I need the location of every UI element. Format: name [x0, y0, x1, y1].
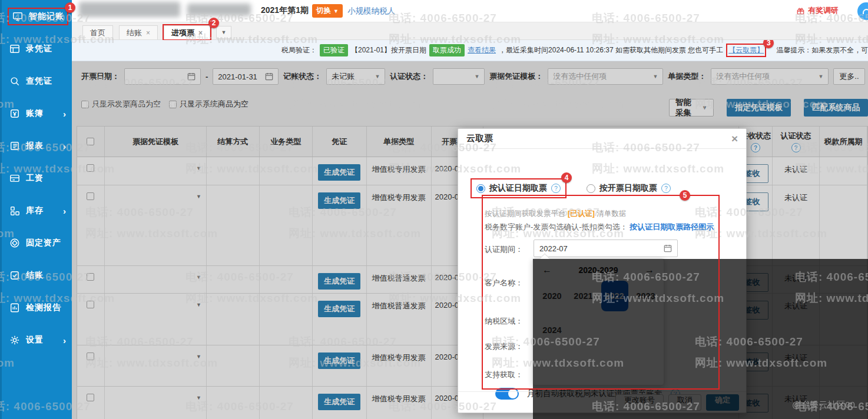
assign-template-button[interactable]: 指定凭证模板 — [727, 99, 791, 117]
sidebar: 智能记账 1 录凭证 查凭证 账簿 › 报表 — [0, 0, 72, 419]
sidebar-item-salary[interactable]: 工资 — [2, 169, 72, 187]
customer-service-icon[interactable] — [857, 2, 868, 20]
doc-type-select[interactable]: 没有选中任何项 ▼ — [711, 68, 829, 85]
close-tab-icon[interactable]: × — [146, 29, 150, 37]
modal-footer: 更改账号 取消 确定 — [458, 391, 746, 413]
calendar-icon[interactable] — [187, 72, 196, 81]
generate-voucher-button[interactable]: 生成凭证 — [318, 353, 360, 369]
doc-type-cell: 增值税普通发票 — [367, 266, 432, 293]
chevron-right-icon: › — [63, 206, 66, 216]
template-dropdown-icon[interactable]: ▼ — [196, 302, 201, 308]
sidebar-item-ledger[interactable]: 账簿 › — [2, 105, 72, 122]
help-icon[interactable]: ? — [751, 143, 760, 152]
template-dropdown-icon[interactable]: ▼ — [196, 274, 201, 280]
year-cell-2023[interactable]: 2023 — [630, 279, 661, 313]
checkbox-icon[interactable] — [81, 101, 89, 108]
path-diagram-link[interactable]: 按认证日期取票路径图示 — [630, 222, 714, 231]
prev-decade-arrow-icon[interactable]: ← — [542, 265, 552, 275]
table-cell — [820, 266, 867, 293]
row-checkbox[interactable] — [87, 394, 94, 401]
survey-link[interactable]: 有奖调研 — [796, 5, 839, 16]
next-decade-arrow-icon[interactable]: → — [645, 265, 654, 275]
generate-voucher-button[interactable]: 生成凭证 — [318, 301, 360, 317]
auth-status-cell: 未认证 — [773, 345, 820, 386]
year-cell-2020[interactable]: 2020 — [536, 279, 568, 313]
row-checkbox[interactable] — [87, 164, 94, 172]
sidebar-item-inventory[interactable]: 库存 › — [2, 202, 72, 220]
auth-period-input[interactable]: 2022-07 — [534, 240, 678, 257]
help-icon[interactable]: ? — [791, 143, 801, 152]
close-icon[interactable]: × — [731, 133, 738, 144]
filter-empty-system-goods-checkbox[interactable]: 只显示系统商品为空 — [169, 99, 249, 109]
row-checkbox[interactable] — [87, 301, 94, 308]
calendar-icon[interactable] — [265, 72, 273, 81]
sidebar-item-reports[interactable]: 报表 › — [2, 137, 72, 155]
modal-header: 云取票 × — [458, 129, 746, 149]
year-cell-2021[interactable]: 2021 — [568, 279, 599, 313]
year-picker-panel: ← 2020-2029 → 20192020202120222023202420… — [532, 258, 664, 385]
confirm-button[interactable]: 确定 — [706, 394, 739, 411]
template-dropdown-icon[interactable]: ▼ — [196, 194, 201, 199]
change-account-button[interactable]: 更改账号 — [615, 394, 664, 411]
voucher-template-label: 票据凭证模板： — [489, 71, 543, 82]
table-cell — [820, 185, 867, 265]
generate-voucher-button[interactable]: 生成凭证 — [318, 164, 360, 181]
year-cell-2022[interactable]: 2022 — [599, 279, 630, 313]
close-tab-icon[interactable]: × — [198, 29, 203, 37]
sidebar-item-voucher-entry[interactable]: 录凭证 — [2, 40, 72, 58]
view-result-link[interactable]: 查看结果 — [468, 45, 496, 55]
sidebar-item-smart-accounting[interactable]: 智能记账 1 — [2, 8, 72, 25]
sidebar-item-closing[interactable]: 结账 — [2, 267, 72, 284]
table-cell: 生成凭证 — [313, 345, 367, 386]
tab-closing[interactable]: 结账 × — [119, 25, 158, 39]
booking-status-select[interactable]: 未记账 ▼ — [326, 68, 385, 85]
match-system-goods-button[interactable]: 匹配系统商品 — [804, 99, 868, 117]
row-checkbox[interactable] — [87, 192, 94, 200]
generate-voucher-button[interactable]: 生成凭证 — [318, 394, 360, 410]
select-all-checkbox[interactable] — [87, 138, 94, 145]
sidebar-item-settings[interactable]: 设置 › — [2, 331, 72, 349]
doc-type-cell: 增值税专用发票 — [367, 185, 432, 265]
sidebar-item-voucher-search[interactable]: 查凭证 — [2, 72, 72, 90]
table-cell — [207, 266, 260, 293]
filter-empty-invoice-goods-checkbox[interactable]: 只显示发票商品为空 — [81, 99, 161, 109]
cancel-button[interactable]: 取消 — [668, 394, 701, 411]
cloud-fetch-link[interactable]: 【云取票】 3 — [727, 45, 765, 56]
generate-voucher-button[interactable]: 生成凭证 — [318, 273, 360, 290]
table-cell — [260, 157, 313, 185]
row-checkbox[interactable] — [87, 273, 94, 281]
switch-period-button[interactable]: 切换▼ — [312, 4, 343, 18]
generate-voucher-button[interactable]: 生成凭证 — [318, 192, 360, 209]
calendar-icon[interactable] — [664, 244, 672, 252]
more-filters-button[interactable]: 更多.. — [833, 68, 864, 85]
checkbox-icon[interactable] — [169, 101, 177, 108]
table-cell: 生成凭证 — [313, 185, 367, 265]
table-cell — [260, 266, 313, 293]
sidebar-item-check-report[interactable]: 检测报告 — [2, 299, 72, 317]
voucher-template-select[interactable]: 没有选中任何项 ▼ — [548, 68, 663, 85]
auth-status-label: 认证状态： — [390, 71, 428, 82]
tab-input-invoices[interactable]: 进项票 × 2 — [164, 25, 210, 39]
sidebar-item-fixed-assets[interactable]: 固定资产 — [2, 234, 72, 252]
tax-verify-label: 税局验证： — [281, 45, 317, 55]
template-dropdown-icon[interactable]: ▼ — [196, 165, 201, 171]
template-dropdown-icon[interactable]: ▼ — [196, 354, 201, 360]
radio-fetch-by-invoice-date[interactable]: 按开票日期取票 ? — [587, 179, 671, 197]
table-cell — [820, 387, 867, 419]
year-cell-2024[interactable]: 2024 — [536, 313, 568, 347]
row-checkbox[interactable] — [87, 353, 94, 360]
table-cell — [207, 387, 260, 419]
smart-collect-button[interactable]: 智能采集 ▼ — [669, 99, 714, 117]
gift-icon — [796, 6, 805, 15]
radio-fetch-by-auth-date[interactable]: 按认证日期取票 ? 4 — [472, 179, 565, 197]
auth-status-select[interactable]: ▼ — [433, 68, 485, 85]
sidebar-item-label: 智能记账 — [29, 11, 64, 22]
date-to-input[interactable]: 2021-01-31 — [213, 68, 279, 85]
tab-home[interactable]: 首页 — [82, 25, 113, 39]
column-header: 单据类型 — [367, 127, 432, 157]
tab-list-dropdown[interactable]: ▼ — [216, 26, 231, 39]
template-dropdown-icon[interactable]: ▼ — [196, 395, 201, 401]
date-from-input[interactable] — [124, 68, 201, 85]
help-icon[interactable]: ? — [661, 184, 671, 193]
help-icon[interactable]: ? — [551, 184, 561, 193]
